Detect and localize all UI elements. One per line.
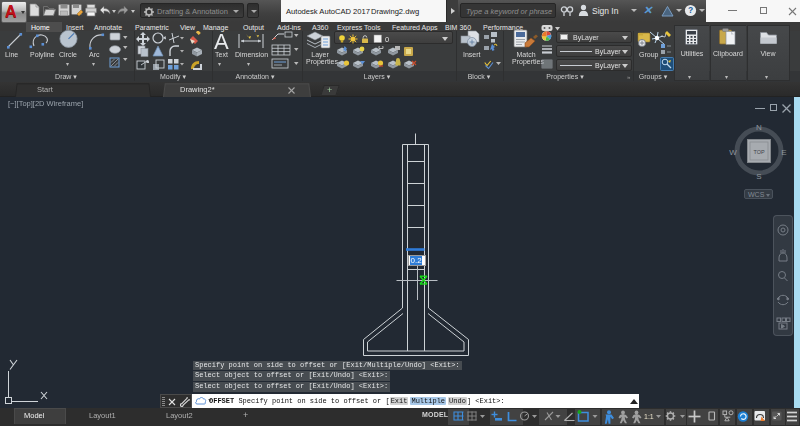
svg-text:1:1: 1:1: [644, 413, 654, 420]
svg-text:?: ?: [688, 5, 693, 15]
